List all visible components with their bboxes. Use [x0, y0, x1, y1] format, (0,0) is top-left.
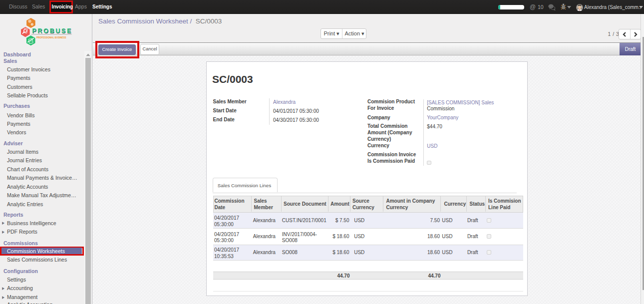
svg-text:PROBUSE: PROBUSE [32, 27, 71, 34]
svg-text:PROFESSIONAL BUSINESS: PROFESSIONAL BUSINESS [36, 36, 66, 39]
